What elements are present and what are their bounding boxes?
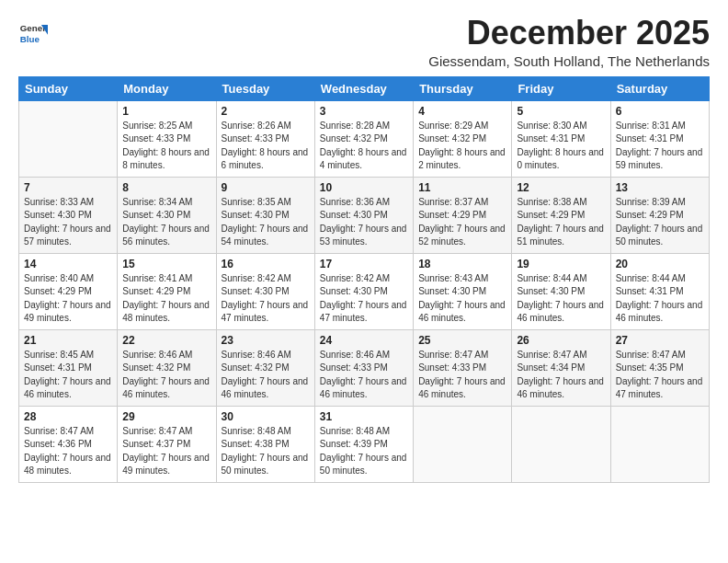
day-number: 6 xyxy=(616,105,704,118)
header-area: General Blue December 2025 Giessendam, S… xyxy=(18,15,710,69)
day-number: 19 xyxy=(517,258,605,270)
day-info: Sunrise: 8:35 AM Sunset: 4:30 PM Dayligh… xyxy=(222,196,310,249)
table-row: 4Sunrise: 8:29 AM Sunset: 4:32 PM Daylig… xyxy=(414,100,512,177)
day-number: 31 xyxy=(320,410,408,423)
table-row: 15Sunrise: 8:41 AM Sunset: 4:29 PM Dayli… xyxy=(118,253,216,329)
day-number: 8 xyxy=(122,181,210,194)
day-number: 2 xyxy=(222,105,310,118)
day-info: Sunrise: 8:41 AM Sunset: 4:29 PM Dayligh… xyxy=(122,272,210,326)
table-row: 31Sunrise: 8:48 AM Sunset: 4:39 PM Dayli… xyxy=(314,406,413,482)
table-row: 26Sunrise: 8:47 AM Sunset: 4:34 PM Dayli… xyxy=(512,329,610,406)
day-number: 3 xyxy=(320,105,408,118)
header-sunday: Sunday xyxy=(19,76,118,100)
day-number: 24 xyxy=(320,334,408,347)
day-number: 29 xyxy=(122,410,210,423)
table-row: 6Sunrise: 8:31 AM Sunset: 4:31 PM Daylig… xyxy=(610,100,709,177)
day-number: 10 xyxy=(320,181,408,194)
day-number: 21 xyxy=(24,334,112,347)
table-row: 20Sunrise: 8:44 AM Sunset: 4:31 PM Dayli… xyxy=(610,253,709,329)
table-row: 3Sunrise: 8:28 AM Sunset: 4:32 PM Daylig… xyxy=(314,100,413,177)
month-title: December 2025 xyxy=(428,15,710,52)
table-row: 9Sunrise: 8:35 AM Sunset: 4:30 PM Daylig… xyxy=(216,177,314,253)
table-row xyxy=(414,406,512,482)
day-info: Sunrise: 8:26 AM Sunset: 4:33 PM Dayligh… xyxy=(222,120,310,173)
table-row xyxy=(512,406,610,482)
day-info: Sunrise: 8:46 AM Sunset: 4:32 PM Dayligh… xyxy=(122,349,210,402)
table-row: 13Sunrise: 8:39 AM Sunset: 4:29 PM Dayli… xyxy=(610,177,709,253)
table-row: 17Sunrise: 8:42 AM Sunset: 4:30 PM Dayli… xyxy=(314,253,413,329)
day-info: Sunrise: 8:34 AM Sunset: 4:30 PM Dayligh… xyxy=(122,196,210,249)
day-info: Sunrise: 8:43 AM Sunset: 4:30 PM Dayligh… xyxy=(418,272,506,326)
table-row: 16Sunrise: 8:42 AM Sunset: 4:30 PM Dayli… xyxy=(216,253,314,329)
subtitle: Giessendam, South Holland, The Netherlan… xyxy=(428,53,710,69)
header-friday: Friday xyxy=(512,76,610,100)
logo: General Blue xyxy=(18,18,48,48)
day-number: 9 xyxy=(222,181,310,194)
day-number: 7 xyxy=(24,181,112,194)
day-number: 5 xyxy=(517,105,605,118)
table-row: 11Sunrise: 8:37 AM Sunset: 4:29 PM Dayli… xyxy=(414,177,512,253)
table-row: 21Sunrise: 8:45 AM Sunset: 4:31 PM Dayli… xyxy=(19,329,118,406)
day-info: Sunrise: 8:44 AM Sunset: 4:30 PM Dayligh… xyxy=(517,272,605,326)
day-info: Sunrise: 8:47 AM Sunset: 4:37 PM Dayligh… xyxy=(122,425,210,478)
day-info: Sunrise: 8:33 AM Sunset: 4:30 PM Dayligh… xyxy=(24,196,112,249)
day-number: 20 xyxy=(616,258,704,270)
day-info: Sunrise: 8:38 AM Sunset: 4:29 PM Dayligh… xyxy=(517,196,605,249)
calendar-body: 1Sunrise: 8:25 AM Sunset: 4:33 PM Daylig… xyxy=(19,100,710,482)
calendar-page: General Blue December 2025 Giessendam, S… xyxy=(0,0,728,563)
day-info: Sunrise: 8:39 AM Sunset: 4:29 PM Dayligh… xyxy=(616,196,704,249)
day-info: Sunrise: 8:47 AM Sunset: 4:36 PM Dayligh… xyxy=(24,425,112,478)
day-info: Sunrise: 8:42 AM Sunset: 4:30 PM Dayligh… xyxy=(320,272,408,326)
day-number: 11 xyxy=(418,181,506,194)
day-number: 17 xyxy=(320,258,408,270)
day-number: 12 xyxy=(517,181,605,194)
table-row: 22Sunrise: 8:46 AM Sunset: 4:32 PM Dayli… xyxy=(118,329,216,406)
table-row: 8Sunrise: 8:34 AM Sunset: 4:30 PM Daylig… xyxy=(118,177,216,253)
table-row: 12Sunrise: 8:38 AM Sunset: 4:29 PM Dayli… xyxy=(512,177,610,253)
day-number: 16 xyxy=(222,258,310,270)
day-info: Sunrise: 8:44 AM Sunset: 4:31 PM Dayligh… xyxy=(616,272,704,326)
day-info: Sunrise: 8:29 AM Sunset: 4:32 PM Dayligh… xyxy=(418,120,506,173)
day-info: Sunrise: 8:48 AM Sunset: 4:39 PM Dayligh… xyxy=(320,425,408,478)
day-info: Sunrise: 8:45 AM Sunset: 4:31 PM Dayligh… xyxy=(24,349,112,402)
table-row: 27Sunrise: 8:47 AM Sunset: 4:35 PM Dayli… xyxy=(610,329,709,406)
table-row xyxy=(19,100,118,177)
day-info: Sunrise: 8:46 AM Sunset: 4:33 PM Dayligh… xyxy=(320,349,408,402)
day-number: 25 xyxy=(418,334,506,347)
table-row: 7Sunrise: 8:33 AM Sunset: 4:30 PM Daylig… xyxy=(19,177,118,253)
table-row: 23Sunrise: 8:46 AM Sunset: 4:32 PM Dayli… xyxy=(216,329,314,406)
calendar-header: Sunday Monday Tuesday Wednesday Thursday… xyxy=(19,76,710,100)
day-info: Sunrise: 8:31 AM Sunset: 4:31 PM Dayligh… xyxy=(616,120,704,173)
day-info: Sunrise: 8:25 AM Sunset: 4:33 PM Dayligh… xyxy=(122,120,210,173)
header-monday: Monday xyxy=(118,76,216,100)
day-info: Sunrise: 8:37 AM Sunset: 4:29 PM Dayligh… xyxy=(418,196,506,249)
day-info: Sunrise: 8:47 AM Sunset: 4:35 PM Dayligh… xyxy=(616,349,704,402)
day-info: Sunrise: 8:28 AM Sunset: 4:32 PM Dayligh… xyxy=(320,120,408,173)
day-info: Sunrise: 8:46 AM Sunset: 4:32 PM Dayligh… xyxy=(222,349,310,402)
header-saturday: Saturday xyxy=(610,76,709,100)
svg-text:Blue: Blue xyxy=(20,34,40,44)
day-number: 13 xyxy=(616,181,704,194)
day-number: 18 xyxy=(418,258,506,270)
table-row: 24Sunrise: 8:46 AM Sunset: 4:33 PM Dayli… xyxy=(314,329,413,406)
day-number: 22 xyxy=(122,334,210,347)
table-row: 19Sunrise: 8:44 AM Sunset: 4:30 PM Dayli… xyxy=(512,253,610,329)
day-number: 26 xyxy=(517,334,605,347)
table-row: 10Sunrise: 8:36 AM Sunset: 4:30 PM Dayli… xyxy=(314,177,413,253)
day-number: 14 xyxy=(24,258,112,270)
header-tuesday: Tuesday xyxy=(216,76,314,100)
header-thursday: Thursday xyxy=(414,76,512,100)
day-number: 23 xyxy=(222,334,310,347)
table-row: 18Sunrise: 8:43 AM Sunset: 4:30 PM Dayli… xyxy=(414,253,512,329)
day-number: 4 xyxy=(418,105,506,118)
day-number: 30 xyxy=(222,410,310,423)
logo-icon: General Blue xyxy=(18,18,48,48)
day-number: 27 xyxy=(616,334,704,347)
day-info: Sunrise: 8:48 AM Sunset: 4:38 PM Dayligh… xyxy=(222,425,310,478)
table-row xyxy=(610,406,709,482)
day-number: 15 xyxy=(122,258,210,270)
day-info: Sunrise: 8:47 AM Sunset: 4:34 PM Dayligh… xyxy=(517,349,605,402)
day-info: Sunrise: 8:40 AM Sunset: 4:29 PM Dayligh… xyxy=(24,272,112,326)
table-row: 2Sunrise: 8:26 AM Sunset: 4:33 PM Daylig… xyxy=(216,100,314,177)
table-row: 28Sunrise: 8:47 AM Sunset: 4:36 PM Dayli… xyxy=(19,406,118,482)
